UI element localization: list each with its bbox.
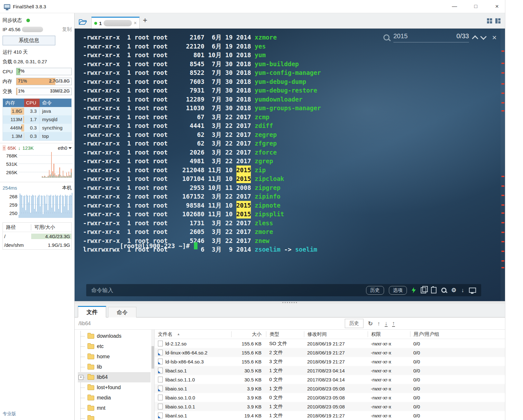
system-info-button[interactable]: 系统信息 [3, 36, 55, 45]
ping-latency: 254ms [3, 185, 17, 191]
tree-item-mnt[interactable]: mnt [78, 403, 151, 413]
tree-item-partial[interactable] [78, 413, 151, 420]
options-button[interactable]: 选项 [389, 286, 407, 295]
copy-icon[interactable] [421, 287, 426, 293]
session-tab[interactable]: 1 × [91, 17, 140, 29]
ping-graph: 268259250 [0, 192, 74, 220]
tree-scrollbar[interactable] [151, 330, 154, 420]
table-row[interactable]: libaio.so.1.0.03.9 KB0 文件2010/08/23 05:0… [155, 393, 505, 402]
folder-icon [87, 416, 94, 420]
ip-row: IP 45.56 复制 [0, 25, 74, 34]
search-match-mark [501, 241, 504, 242]
search-close-button[interactable]: × [492, 33, 497, 42]
download-arrow-icon: ↓ [18, 145, 21, 151]
terminal-line: -rwxr-xr-x 1 root root 62 3月 22 2017 zeg… [83, 130, 321, 139]
tree-item-lost+found[interactable]: lost+found [78, 382, 151, 393]
disk-table-header: 路径 可用/大小 [3, 223, 71, 232]
new-tab-button[interactable]: + [140, 16, 152, 26]
terminal-line: -rwxr-xr-x 1 root root 107104 11月 10 201… [83, 174, 321, 183]
symlink-arrow-icon [158, 371, 161, 373]
terminal[interactable]: -rwxr-xr-x 1 root root 2167 6月 19 2014 x… [75, 29, 505, 301]
tree-item-downloads[interactable]: downloads [78, 331, 151, 341]
find-icon[interactable] [441, 288, 446, 293]
tree-item-lib64[interactable]: +lib64 [78, 372, 151, 382]
open-connections-button[interactable] [75, 15, 91, 28]
table-row[interactable]: ld-linux-x86-64.so.2155.6 KB2 文件2018/06/… [155, 348, 505, 357]
table-row[interactable]: ld-lsb-x86-64.so.3155.6 KB3 文件2018/06/19… [155, 357, 505, 366]
grid-layout-icon[interactable] [487, 18, 492, 23]
search-prev-button[interactable] [472, 35, 478, 42]
search-input[interactable]: 2015 0/33 [393, 32, 469, 42]
refresh-icon[interactable]: ↻ [368, 321, 373, 326]
folder-icon [87, 365, 94, 370]
table-row[interactable]: libacl.so.1.1.030.5 KB0 文件2017/08/23 04:… [155, 375, 505, 384]
tree-item-home[interactable]: home [78, 352, 151, 362]
terminal-line: -rwxr-xr-x 1 root root 4441 3月 22 2017 z… [83, 121, 321, 130]
tab-files[interactable]: 文件 [78, 306, 106, 317]
symlink-file-icon [158, 359, 163, 364]
table-row[interactable]: ld-2.12.so155.6 KBSO 文件2018/06/19 21:27-… [155, 339, 505, 348]
terminal-line: -rwxr-xr-x 1 root root 62 3月 22 2017 zfg… [83, 139, 321, 148]
process-row[interactable]: 446M0.3syncthing [3, 124, 71, 132]
current-path[interactable]: /lib64 [78, 321, 91, 326]
interface-selector[interactable]: eth0 [58, 145, 72, 151]
symlink-file-icon [158, 386, 163, 391]
command-input-bar[interactable]: 命令输入 历史 选项 ⚙ ↓ [86, 284, 481, 296]
ping-header: 254ms 本机 [0, 182, 74, 192]
bottom-panel: 文件 命令 /lib64 历史 ↻ ↑ ↓ ↑ downloadsetchom [75, 304, 505, 420]
fullscreen-monitor-icon[interactable] [469, 288, 476, 293]
parent-dir-icon[interactable]: ↑ [377, 321, 380, 326]
tree-item-etc[interactable]: etc [78, 341, 151, 352]
expander-icon[interactable]: + [78, 375, 83, 380]
upload-arrow-icon: ↑ [3, 145, 6, 151]
process-row[interactable]: 1.8G3.3java [3, 107, 71, 115]
symlink-file-icon [158, 350, 163, 355]
minimize-button[interactable]: — [451, 4, 458, 9]
history-button[interactable]: 历史 [366, 286, 384, 295]
terminal-scrollbar[interactable] [500, 29, 505, 301]
ip-redacted [22, 27, 43, 32]
file-table-body: ld-2.12.so155.6 KBSO 文件2018/06/19 21:27-… [155, 339, 505, 420]
upload-file-icon[interactable]: ↑ [392, 320, 395, 327]
close-button[interactable]: × [493, 3, 500, 10]
process-row[interactable]: 113M1.7mysqld [3, 115, 71, 124]
tree-item-media[interactable]: media [78, 393, 151, 403]
table-row[interactable]: libacl.so.130.5 KB1 文件2017/08/23 04:14-r… [155, 366, 505, 375]
table-row[interactable]: libaio.so.13.9 KB1 文件2010/08/23 05:08-rw… [155, 384, 505, 393]
folder-icon [87, 375, 94, 380]
download-file-icon[interactable]: ↓ [385, 320, 388, 327]
maximize-button[interactable]: □ [472, 4, 479, 9]
search-match-mark [501, 222, 504, 223]
tab-commands[interactable]: 命令 [108, 307, 136, 317]
folder-icon [87, 354, 94, 359]
disk-row[interactable]: /dev/shm1.9G/1.9G [3, 241, 71, 249]
terminal-line: -rwxr-xr-x 1 root root 2953 10月 11 2008 … [83, 183, 321, 192]
paste-icon[interactable] [431, 287, 436, 293]
download-arrow-icon[interactable]: ↓ [461, 287, 464, 293]
split-layout-icon[interactable] [495, 18, 500, 23]
table-row[interactable]: libanl.so.119.4 KB1 文件2018/06/19 21:27-r… [155, 411, 505, 420]
search-next-button[interactable] [480, 33, 487, 40]
terminal-line: -rwxr-xr-x 1 root root 102680 11月 10 201… [83, 210, 321, 219]
tab-close-icon[interactable]: × [134, 20, 137, 26]
settings-gear-icon[interactable]: ⚙ [451, 287, 456, 293]
uptime-label: 运行 410 天 [0, 47, 74, 57]
folder-icon [87, 406, 94, 411]
table-row[interactable]: libaio.so.1.0.13.9 KB1 文件2010/08/23 05:0… [155, 402, 505, 411]
window-controls: — □ × [451, 0, 500, 13]
file-history-button[interactable]: 历史 [345, 319, 363, 328]
tree-item-lib[interactable]: lib [78, 362, 151, 372]
lightning-icon[interactable] [412, 287, 416, 293]
panel-splitter[interactable] [75, 301, 505, 304]
folder-icon [87, 334, 94, 339]
folder-icon [87, 344, 94, 349]
terminal-line: -rwxr-xr-x 1 root root 2167 6月 19 2014 x… [83, 33, 321, 42]
terminal-line: -rwxr-xr-x 2 root root 167152 3月 22 2017… [83, 192, 321, 201]
disk-row[interactable]: /4.4G/23.3G [3, 232, 71, 241]
copy-ip-button[interactable]: 复制 [62, 26, 72, 32]
process-row[interactable]: 1.3M0.3top [3, 132, 71, 140]
app-window: FinalShell 3.8.3 — □ × 同步状态 IP 45.56 复制 … [0, 0, 505, 420]
splitter-handle-icon [282, 302, 297, 303]
directory-tree-panel: downloadsetchomelib+lib64lost+foundmedia… [75, 330, 155, 420]
title-bar: FinalShell 3.8.3 — □ × [0, 0, 505, 13]
